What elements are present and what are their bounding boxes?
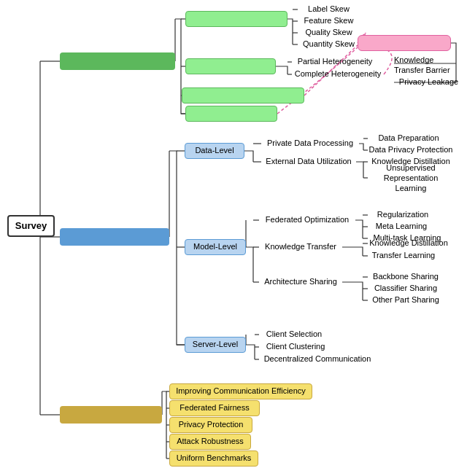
att-rob-node: Attack Robustness bbox=[169, 434, 251, 450]
mindmap-container: Survey Label Skew Feature Skew Quality S… bbox=[0, 0, 467, 476]
priv-prot-label: Privacy Protection bbox=[179, 420, 244, 429]
state-node bbox=[60, 228, 169, 246]
fed-fair-label: Federated Fairness bbox=[180, 403, 249, 413]
future-node bbox=[60, 406, 162, 424]
unif-bench-node: Uniform Benchmarks bbox=[169, 450, 258, 467]
complete-het-node: Complete Heterogeneity bbox=[292, 68, 384, 81]
model-level-label: Model-Level bbox=[193, 242, 237, 251]
data-level-node: Data-Level bbox=[185, 143, 244, 159]
client-clus-node: Client Clustering bbox=[259, 340, 332, 354]
quantity-skew-node: Quantity Skew bbox=[298, 38, 360, 51]
know-trans-node: Knowledge Transfer bbox=[259, 241, 342, 254]
privacy-leak-node: Privacy Leakage bbox=[394, 76, 463, 89]
stat-het-node bbox=[185, 11, 287, 27]
server-level-node: Server-Level bbox=[185, 337, 246, 353]
research-node bbox=[60, 52, 175, 70]
transfer-l-node: Transfer Learning bbox=[368, 249, 439, 262]
improve-ce-label: Improving Communication Efficiency bbox=[176, 386, 306, 396]
decent-com-node: Decentralized Communication bbox=[259, 353, 376, 366]
survey-label: Survey bbox=[15, 220, 47, 232]
arch-share-node: Architecture Sharing bbox=[259, 276, 342, 289]
data-level-label: Data-Level bbox=[195, 146, 234, 155]
partial-het-node: Partial Heterogeneity bbox=[292, 55, 378, 69]
fed-opt-node: Federated Optimization bbox=[259, 214, 355, 227]
unsup-repr-node: Unsupervised Representation Learning bbox=[368, 167, 454, 189]
model-level-node: Model-Level bbox=[185, 239, 246, 255]
other-part-node: Other Part Sharing bbox=[368, 294, 444, 307]
private-dp-node: Private Data Processing bbox=[261, 137, 359, 150]
unif-bench-label: Uniform Benchmarks bbox=[177, 453, 252, 463]
device-het-node bbox=[185, 106, 277, 122]
priv-prot-node: Privacy Protection bbox=[169, 417, 252, 433]
know-dist2-node: Knowledge Distillation bbox=[368, 237, 449, 250]
improve-ce-node: Improving Communication Efficiency bbox=[169, 383, 312, 399]
server-level-label: Server-Level bbox=[193, 340, 238, 349]
survey-node: Survey bbox=[7, 215, 55, 237]
kt-barrier-node: Knowledge Transfer Barrier bbox=[394, 55, 463, 76]
comm-het-node bbox=[182, 87, 304, 104]
external-du-node: External Data Utilization bbox=[261, 155, 356, 168]
client-sel-node: Client Selection bbox=[259, 328, 329, 341]
fed-fair-node: Federated Fairness bbox=[169, 400, 260, 416]
att-rob-label: Attack Robustness bbox=[177, 437, 244, 446]
model-het-node bbox=[185, 58, 276, 74]
additional-challenges-node bbox=[358, 35, 451, 51]
